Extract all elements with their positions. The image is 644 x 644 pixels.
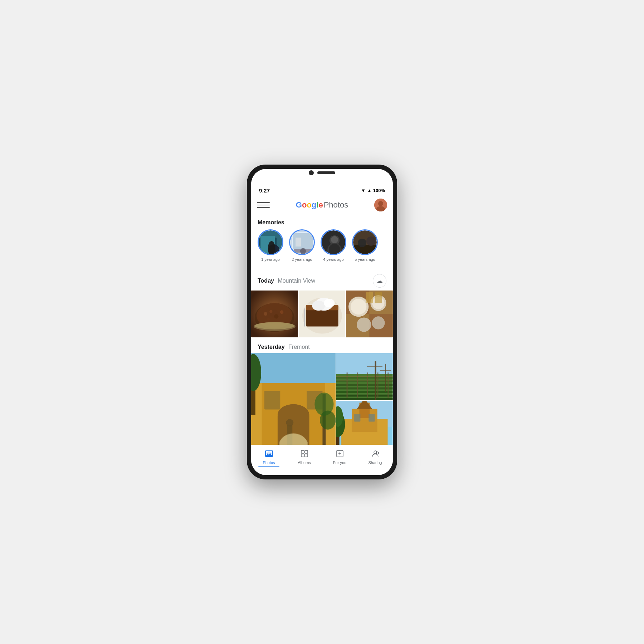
svg-rect-84 bbox=[377, 372, 379, 398]
today-header: Today Mountain View ☁ bbox=[251, 270, 393, 291]
status-time: 9:27 bbox=[259, 187, 270, 194]
svg-rect-108 bbox=[305, 454, 308, 457]
svg-rect-78 bbox=[336, 391, 393, 393]
svg-rect-83 bbox=[367, 372, 368, 398]
svg-point-17 bbox=[331, 236, 338, 243]
svg-point-58 bbox=[278, 404, 309, 425]
svg-point-28 bbox=[274, 314, 278, 318]
speaker-sensor bbox=[317, 171, 335, 174]
svg-rect-85 bbox=[388, 372, 389, 398]
status-icons: ▼ ▲ 100% bbox=[361, 188, 385, 193]
svg-rect-59 bbox=[264, 391, 280, 410]
svg-rect-99 bbox=[355, 414, 361, 421]
sharing-icon bbox=[371, 449, 380, 459]
menu-button[interactable] bbox=[257, 199, 270, 211]
nav-photos[interactable]: Photos bbox=[251, 448, 287, 468]
svg-rect-82 bbox=[357, 372, 358, 398]
for-you-icon bbox=[336, 449, 344, 459]
for-you-label: For you bbox=[333, 460, 346, 465]
today-photo-2[interactable] bbox=[299, 291, 346, 337]
camera-sensor bbox=[309, 170, 314, 175]
yesterday-date-location: Yesterday Fremont bbox=[258, 344, 310, 350]
logo-g: G bbox=[296, 200, 302, 209]
svg-rect-81 bbox=[347, 372, 348, 398]
nav-albums[interactable]: Albums bbox=[287, 448, 322, 468]
svg-point-27 bbox=[269, 310, 272, 313]
svg-point-38 bbox=[312, 301, 325, 311]
yesterday-header: Yesterday Fremont bbox=[251, 340, 393, 353]
svg-point-29 bbox=[280, 310, 283, 314]
svg-rect-52 bbox=[375, 292, 382, 303]
svg-rect-106 bbox=[305, 450, 308, 453]
logo-gl: g bbox=[312, 200, 316, 209]
sharing-label: Sharing bbox=[369, 460, 382, 465]
today-date-location: Today Mountain View bbox=[258, 278, 315, 284]
svg-rect-105 bbox=[301, 450, 304, 453]
today-photo-3[interactable] bbox=[346, 291, 393, 337]
svg-rect-107 bbox=[301, 454, 304, 457]
yesterday-location: Fremont bbox=[288, 344, 310, 350]
logo-o2: o bbox=[307, 200, 311, 209]
svg-point-49 bbox=[357, 317, 371, 332]
svg-rect-90 bbox=[385, 364, 386, 392]
memory-circle-1yr[interactable] bbox=[258, 229, 283, 255]
svg-point-22 bbox=[366, 236, 376, 246]
app-logo: Google Photos bbox=[274, 200, 370, 210]
memory-label-5yr: 5 years ago bbox=[355, 257, 375, 262]
phone-sensors bbox=[309, 170, 335, 175]
photos-label: Photos bbox=[263, 460, 275, 465]
svg-point-21 bbox=[358, 239, 366, 247]
albums-icon bbox=[300, 449, 309, 459]
svg-rect-80 bbox=[336, 398, 393, 400]
today-label: Today bbox=[258, 278, 274, 284]
photos-icon bbox=[265, 449, 273, 459]
memory-label-4yr: 4 years ago bbox=[323, 257, 343, 262]
yesterday-photo-grid bbox=[251, 353, 393, 445]
svg-point-39 bbox=[324, 299, 335, 307]
logo-e2: e bbox=[318, 200, 323, 209]
svg-point-62 bbox=[286, 419, 294, 426]
memory-circle-5yr[interactable] bbox=[352, 229, 378, 255]
phone-screen: 9:27 ▼ ▲ 100% Google Photos bbox=[251, 169, 393, 475]
cloud-upload-button[interactable]: ☁ bbox=[373, 274, 386, 288]
battery-icon: 100% bbox=[373, 188, 385, 193]
nav-for-you[interactable]: For you bbox=[322, 448, 357, 468]
yesterday-photo-large[interactable] bbox=[251, 353, 336, 445]
memory-item-1yr[interactable]: 1 year ago bbox=[258, 229, 283, 262]
svg-rect-51 bbox=[366, 292, 373, 303]
logo-o1: o bbox=[302, 200, 307, 209]
memory-item-2yr[interactable]: 2 years ago bbox=[289, 229, 315, 262]
svg-rect-12 bbox=[296, 238, 301, 247]
svg-point-30 bbox=[267, 318, 270, 321]
memory-label-1yr: 1 year ago bbox=[261, 257, 280, 262]
divider-memories bbox=[251, 269, 393, 269]
memory-item-4yr[interactable]: 4 years ago bbox=[321, 229, 346, 262]
yesterday-photo-vineyard[interactable] bbox=[336, 353, 393, 400]
svg-rect-40 bbox=[304, 308, 305, 326]
svg-rect-100 bbox=[369, 414, 375, 421]
photos-underline bbox=[258, 466, 279, 467]
content-area: Memories bbox=[251, 215, 393, 445]
user-avatar[interactable] bbox=[374, 199, 387, 211]
memory-circle-2yr[interactable] bbox=[289, 229, 315, 255]
yesterday-label: Yesterday bbox=[258, 344, 285, 350]
svg-point-46 bbox=[351, 299, 366, 314]
bottom-navigation: Photos Albums bbox=[251, 445, 393, 475]
svg-point-70 bbox=[320, 410, 336, 429]
today-photo-1[interactable] bbox=[251, 291, 298, 337]
yesterday-photo-building2[interactable] bbox=[336, 401, 393, 445]
svg-rect-88 bbox=[375, 361, 376, 400]
svg-rect-76 bbox=[336, 384, 393, 386]
svg-point-1 bbox=[378, 201, 383, 206]
svg-point-32 bbox=[255, 322, 294, 329]
svg-rect-72 bbox=[336, 353, 393, 377]
memory-circle-4yr[interactable] bbox=[321, 229, 346, 255]
memory-item-5yr[interactable]: 5 years ago bbox=[352, 229, 378, 262]
signal-icon: ▲ bbox=[367, 188, 372, 193]
nav-sharing[interactable]: Sharing bbox=[357, 448, 393, 468]
svg-rect-79 bbox=[336, 394, 393, 396]
svg-point-26 bbox=[264, 312, 267, 316]
albums-label: Albums bbox=[298, 460, 311, 465]
cloud-icon: ☁ bbox=[376, 277, 383, 285]
memories-scroll[interactable]: 1 year ago bbox=[251, 229, 393, 267]
